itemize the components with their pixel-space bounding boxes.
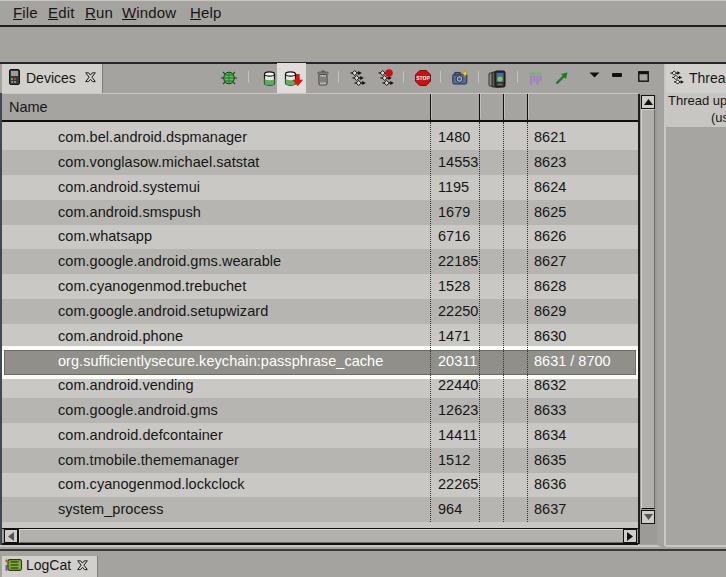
svg-text:STOP: STOP [416,75,430,81]
